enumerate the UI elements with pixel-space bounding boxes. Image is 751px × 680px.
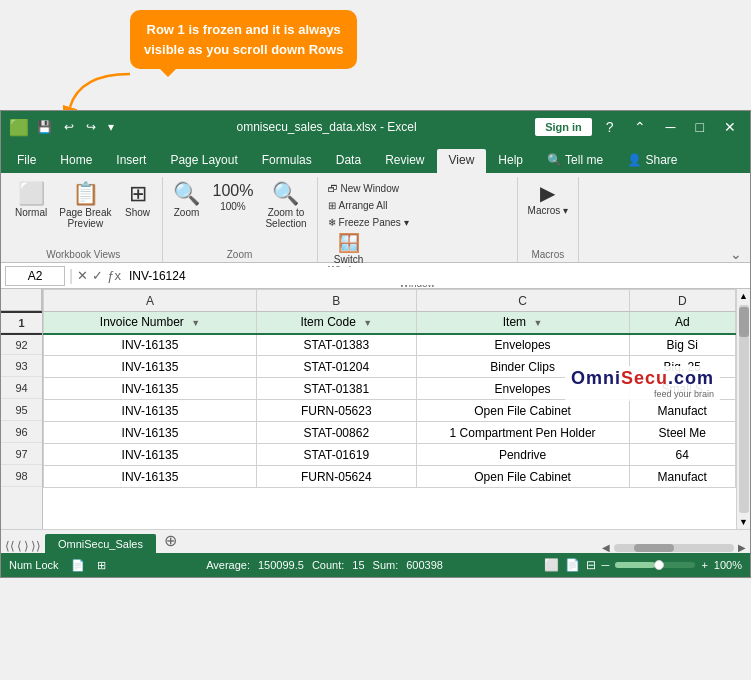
cell-92-C[interactable]: Envelopes — [416, 334, 629, 356]
zoom-to-selection-button[interactable]: 🔍 Zoom toSelection — [261, 181, 310, 231]
row-num-98[interactable]: 98 — [1, 465, 42, 487]
undo-button[interactable]: ↩ — [60, 118, 78, 136]
row-num-1[interactable]: 1 — [1, 311, 42, 333]
zoom-minus[interactable]: ─ — [602, 559, 610, 571]
h-scroll-right-button[interactable]: ▶ — [738, 542, 746, 553]
row-num-96[interactable]: 96 — [1, 421, 42, 443]
header-ad[interactable]: Ad — [629, 312, 735, 334]
tab-review[interactable]: Review — [373, 149, 436, 173]
invoice-filter-arrow[interactable]: ▼ — [191, 318, 200, 328]
cell-95-C[interactable]: Open File Cabinet — [416, 400, 629, 422]
save-qat-button[interactable]: 💾 — [33, 118, 56, 136]
scroll-thumb[interactable] — [739, 307, 749, 337]
row-num-97[interactable]: 97 — [1, 443, 42, 465]
insert-function-button[interactable]: ƒx — [107, 268, 121, 283]
redo-button[interactable]: ↪ — [82, 118, 100, 136]
sheet-last-button[interactable]: ⟩⟩ — [31, 539, 41, 553]
zoom-plus[interactable]: + — [701, 559, 707, 571]
add-sheet-button[interactable]: ⊕ — [156, 528, 185, 553]
tab-view[interactable]: View — [437, 149, 487, 173]
cell-94-D[interactable]: Small S — [629, 378, 735, 400]
formula-input[interactable] — [125, 267, 746, 285]
cell-95-B[interactable]: FURN-05623 — [256, 400, 416, 422]
close-button[interactable]: ✕ — [718, 117, 742, 137]
row-num-94[interactable]: 94 — [1, 377, 42, 399]
qat-customize-button[interactable]: ▾ — [104, 118, 118, 136]
cell-94-A[interactable]: INV-16135 — [44, 378, 257, 400]
tab-data[interactable]: Data — [324, 149, 373, 173]
cell-98-A[interactable]: INV-16135 — [44, 466, 257, 488]
zoom-slider-thumb[interactable] — [654, 560, 664, 570]
cell-97-C[interactable]: Pendrive — [416, 444, 629, 466]
cell-92-B[interactable]: STAT-01383 — [256, 334, 416, 356]
tab-insert[interactable]: Insert — [104, 149, 158, 173]
cell-96-C[interactable]: 1 Compartment Pen Holder — [416, 422, 629, 444]
cell-93-D[interactable]: Big, 25 — [629, 356, 735, 378]
row-num-95[interactable]: 95 — [1, 399, 42, 421]
cell-97-B[interactable]: STAT-01619 — [256, 444, 416, 466]
cancel-formula-button[interactable]: ✕ — [77, 268, 88, 283]
header-invoice-number[interactable]: Invoice Number ▼ — [44, 312, 257, 334]
cell-98-D[interactable]: Manufact — [629, 466, 735, 488]
macros-button[interactable]: ▶ Macros ▾ — [524, 181, 573, 218]
zoom-button[interactable]: 🔍 Zoom — [169, 181, 205, 220]
zoom-slider[interactable] — [615, 562, 695, 568]
cell-96-B[interactable]: STAT-00862 — [256, 422, 416, 444]
ribbon-collapse-button[interactable]: ⌃ — [628, 117, 652, 137]
h-scroll-left-button[interactable]: ◀ — [602, 542, 610, 553]
header-item[interactable]: Item ▼ — [416, 312, 629, 334]
maximize-button[interactable]: □ — [690, 117, 710, 137]
item-filter-arrow[interactable]: ▼ — [533, 318, 542, 328]
show-button[interactable]: ⊞ Show — [120, 181, 156, 220]
cell-93-B[interactable]: STAT-01204 — [256, 356, 416, 378]
item-code-filter-arrow[interactable]: ▼ — [363, 318, 372, 328]
cell-92-D[interactable]: Big Si — [629, 334, 735, 356]
sheet-first-button[interactable]: ⟨⟨ — [5, 539, 15, 553]
sign-in-button[interactable]: Sign in — [535, 118, 592, 136]
arrange-all-button[interactable]: ⊞ Arrange All — [324, 198, 392, 213]
zoom-100-button[interactable]: 100% 100% — [209, 181, 258, 214]
cell-98-B[interactable]: FURN-05624 — [256, 466, 416, 488]
page-break-status-button[interactable]: ⊟ — [586, 558, 596, 572]
normal-view-button[interactable]: ⬜ Normal — [11, 181, 51, 220]
sheet-prev-button[interactable]: ⟨ — [17, 539, 22, 553]
scroll-down-button[interactable]: ▼ — [737, 515, 750, 529]
ribbon-expand-button[interactable]: ⌄ — [730, 246, 742, 262]
tab-help[interactable]: Help — [486, 149, 535, 173]
cell-95-D[interactable]: Manufact — [629, 400, 735, 422]
page-layout-status-button[interactable]: 📄 — [565, 558, 580, 572]
vertical-scrollbar[interactable]: ▲ ▼ — [736, 289, 750, 529]
normal-view-status-button[interactable]: ⬜ — [544, 558, 559, 572]
tab-formulas[interactable]: Formulas — [250, 149, 324, 173]
minimize-button[interactable]: ─ — [660, 117, 682, 137]
cell-98-C[interactable]: Open File Cabinet — [416, 466, 629, 488]
freeze-panes-button[interactable]: ❄ Freeze Panes ▾ — [324, 215, 413, 230]
cell-96-D[interactable]: Steel Me — [629, 422, 735, 444]
name-box[interactable] — [5, 266, 65, 286]
tab-share[interactable]: 👤 Share — [615, 149, 689, 173]
tab-tell-me[interactable]: 🔍 Tell me — [535, 149, 615, 173]
cell-94-C[interactable]: Envelopes — [416, 378, 629, 400]
cell-97-A[interactable]: INV-16135 — [44, 444, 257, 466]
col-header-D[interactable]: D — [629, 290, 735, 312]
help-icon-button[interactable]: ? — [600, 117, 620, 137]
tab-page-layout[interactable]: Page Layout — [158, 149, 249, 173]
new-window-button[interactable]: 🗗 New Window — [324, 181, 403, 196]
tab-file[interactable]: File — [5, 149, 48, 173]
scroll-up-button[interactable]: ▲ — [737, 289, 750, 303]
page-break-preview-button[interactable]: 📋 Page BreakPreview — [55, 181, 115, 231]
header-item-code[interactable]: Item Code ▼ — [256, 312, 416, 334]
cell-94-B[interactable]: STAT-01381 — [256, 378, 416, 400]
sheet-tab-omnisecu[interactable]: OmniSecu_Sales — [45, 534, 156, 553]
h-scroll-thumb[interactable] — [634, 544, 674, 552]
col-header-C[interactable]: C — [416, 290, 629, 312]
col-header-B[interactable]: B — [256, 290, 416, 312]
cell-96-A[interactable]: INV-16135 — [44, 422, 257, 444]
sheet-next-button[interactable]: ⟩ — [24, 539, 29, 553]
cell-95-A[interactable]: INV-16135 — [44, 400, 257, 422]
col-header-A[interactable]: A — [44, 290, 257, 312]
row-num-93[interactable]: 93 — [1, 355, 42, 377]
cell-92-A[interactable]: INV-16135 — [44, 334, 257, 356]
row-num-92[interactable]: 92 — [1, 333, 42, 355]
confirm-formula-button[interactable]: ✓ — [92, 268, 103, 283]
